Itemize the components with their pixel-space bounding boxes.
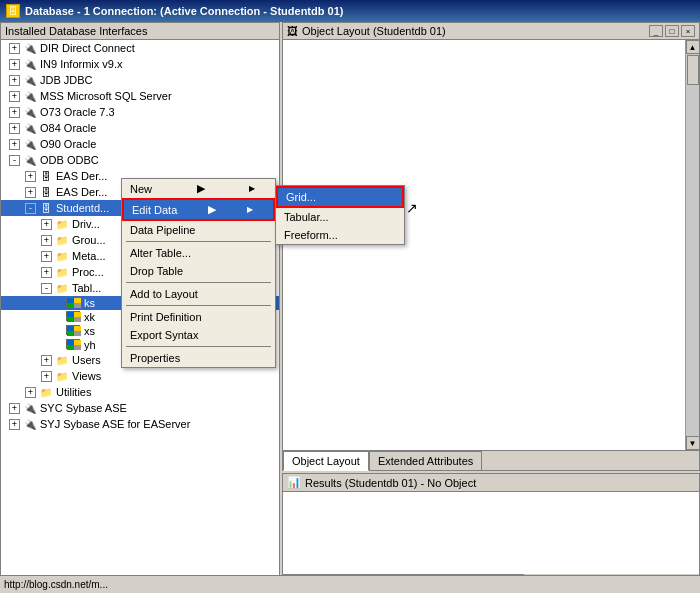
jdb-label: JDB JDBC bbox=[40, 74, 93, 86]
expand-syj[interactable]: + bbox=[9, 419, 20, 430]
grou-icon: 📁 bbox=[54, 233, 70, 247]
scroll-up-btn[interactable]: ▲ bbox=[686, 40, 700, 54]
tree-item-dir[interactable]: + 🔌 DIR Direct Connect bbox=[1, 40, 279, 56]
expand-utils[interactable]: + bbox=[25, 387, 36, 398]
menu-sep2 bbox=[126, 282, 271, 283]
expand-o84[interactable]: + bbox=[9, 123, 20, 134]
minimize-btn[interactable]: _ bbox=[649, 25, 663, 37]
object-layout-icon: 🖼 bbox=[287, 25, 298, 37]
menu-printdefinition[interactable]: Print Definition bbox=[122, 308, 275, 326]
window-controls: _ □ × bbox=[649, 25, 695, 37]
expand-eas1[interactable]: + bbox=[25, 171, 36, 182]
tree-item-views[interactable]: + 📁 Views bbox=[1, 368, 279, 384]
menu-exportsyntax[interactable]: Export Syntax bbox=[122, 326, 275, 344]
expand-jdb[interactable]: + bbox=[9, 75, 20, 86]
expand-proc[interactable]: + bbox=[41, 267, 52, 278]
tree-item-mss[interactable]: + 🔌 MSS Microsoft SQL Server bbox=[1, 88, 279, 104]
expand-o90[interactable]: + bbox=[9, 139, 20, 150]
expand-grou[interactable]: + bbox=[41, 235, 52, 246]
left-panel: Installed Database Interfaces + 🔌 DIR Di… bbox=[0, 22, 280, 593]
menu-new[interactable]: New ▶ bbox=[122, 179, 275, 198]
expand-odb[interactable]: - bbox=[9, 155, 20, 166]
syj-icon: 🔌 bbox=[22, 417, 38, 431]
menu-properties[interactable]: Properties bbox=[122, 349, 275, 367]
tree-item-jdb[interactable]: + 🔌 JDB JDBC bbox=[1, 72, 279, 88]
driv-icon: 📁 bbox=[54, 217, 70, 231]
xs-label: xs bbox=[84, 325, 95, 337]
ks-table-icon bbox=[66, 297, 82, 309]
expand-syc[interactable]: + bbox=[9, 403, 20, 414]
submenu-grid[interactable]: Grid... bbox=[276, 186, 404, 208]
o90-label: O90 Oracle bbox=[40, 138, 96, 150]
tree-item-odb[interactable]: - 🔌 ODB ODBC bbox=[1, 152, 279, 168]
menu-datapipeline[interactable]: Data Pipeline bbox=[122, 221, 275, 239]
odb-label: ODB ODBC bbox=[40, 154, 99, 166]
tab-objectlayout[interactable]: Object Layout bbox=[283, 451, 369, 471]
expand-eas2[interactable]: + bbox=[25, 187, 36, 198]
ks-label: ks bbox=[84, 297, 95, 309]
tree-item-o73[interactable]: + 🔌 O73 Oracle 7.3 bbox=[1, 104, 279, 120]
menu-droptable-label: Drop Table bbox=[130, 265, 183, 277]
submenu-grid-label: Grid... bbox=[286, 191, 316, 203]
scroll-track[interactable] bbox=[686, 54, 700, 436]
submenu-tabular[interactable]: Tabular... bbox=[276, 208, 404, 226]
menu-addtolayout[interactable]: Add to Layout bbox=[122, 285, 275, 303]
close-btn[interactable]: × bbox=[681, 25, 695, 37]
tree-item-utils[interactable]: + 📁 Utilities bbox=[1, 384, 279, 400]
title-bar: 🗄 Database - 1 Connection: (Active Conne… bbox=[0, 0, 700, 22]
menu-editdata[interactable]: Edit Data ▶ bbox=[122, 198, 275, 221]
expand-views[interactable]: + bbox=[41, 371, 52, 382]
menu-droptable[interactable]: Drop Table bbox=[122, 262, 275, 280]
object-layout-panel: 🖼 Object Layout (Studentdb 01) _ □ × ▲ ▼ bbox=[282, 22, 700, 471]
context-menu: New ▶ Edit Data ▶ Data Pipeline Alter Ta… bbox=[121, 178, 276, 368]
in9-label: IN9 Informix v9.x bbox=[40, 58, 123, 70]
menu-editdata-label: Edit Data bbox=[132, 204, 177, 216]
results-header-left: 📊 Results (Studentdb 01) - No Object bbox=[287, 476, 476, 489]
expand-dir[interactable]: + bbox=[9, 43, 20, 54]
tab-extendedattributes[interactable]: Extended Attributes bbox=[369, 451, 482, 470]
maximize-btn[interactable]: □ bbox=[665, 25, 679, 37]
dir-icon: 🔌 bbox=[22, 41, 38, 55]
edit-data-submenu: Grid... Tabular... Freeform... bbox=[275, 185, 405, 245]
results-title: Results (Studentdb 01) - No Object bbox=[305, 477, 476, 489]
o73-label: O73 Oracle 7.3 bbox=[40, 106, 115, 118]
dir-label: DIR Direct Connect bbox=[40, 42, 135, 54]
odb-icon: 🔌 bbox=[22, 153, 38, 167]
expand-in9[interactable]: + bbox=[9, 59, 20, 70]
expand-tabl[interactable]: - bbox=[41, 283, 52, 294]
proc-icon: 📁 bbox=[54, 265, 70, 279]
tree-item-syc[interactable]: + 🔌 SYC Sybase ASE bbox=[1, 400, 279, 416]
expand-studentdb[interactable]: - bbox=[25, 203, 36, 214]
scroll-down-btn[interactable]: ▼ bbox=[686, 436, 700, 450]
mss-icon: 🔌 bbox=[22, 89, 38, 103]
tree-item-syj[interactable]: + 🔌 SYJ Sybase ASE for EAServer bbox=[1, 416, 279, 432]
scroll-thumb[interactable] bbox=[687, 55, 699, 85]
yh-label: yh bbox=[84, 339, 96, 351]
o84-label: O84 Oracle bbox=[40, 122, 96, 134]
right-top-scrollbar[interactable]: ▲ ▼ bbox=[685, 40, 699, 450]
object-layout-tabs: Object Layout Extended Attributes bbox=[283, 450, 699, 470]
submenu-freeform[interactable]: Freeform... bbox=[276, 226, 404, 244]
meta-icon: 📁 bbox=[54, 249, 70, 263]
xk-label: xk bbox=[84, 311, 95, 323]
results-content bbox=[283, 492, 699, 574]
tree-item-o84[interactable]: + 🔌 O84 Oracle bbox=[1, 120, 279, 136]
expand-meta[interactable]: + bbox=[41, 251, 52, 262]
expand-driv[interactable]: + bbox=[41, 219, 52, 230]
menu-sep1 bbox=[126, 241, 271, 242]
menu-exportsyntax-label: Export Syntax bbox=[130, 329, 198, 341]
eas1-icon: 🗄 bbox=[38, 169, 54, 183]
menu-altertable[interactable]: Alter Table... bbox=[122, 244, 275, 262]
main-container: Installed Database Interfaces + 🔌 DIR Di… bbox=[0, 22, 700, 593]
menu-new-label: New bbox=[130, 183, 152, 195]
expand-users[interactable]: + bbox=[41, 355, 52, 366]
mss-label: MSS Microsoft SQL Server bbox=[40, 90, 172, 102]
expand-mss[interactable]: + bbox=[9, 91, 20, 102]
tabl-icon: 📁 bbox=[54, 281, 70, 295]
tree-item-in9[interactable]: + 🔌 IN9 Informix v9.x bbox=[1, 56, 279, 72]
utils-label: Utilities bbox=[56, 386, 91, 398]
left-panel-title: Installed Database Interfaces bbox=[1, 23, 279, 40]
expand-o73[interactable]: + bbox=[9, 107, 20, 118]
tree-item-o90[interactable]: + 🔌 O90 Oracle bbox=[1, 136, 279, 152]
jdb-icon: 🔌 bbox=[22, 73, 38, 87]
